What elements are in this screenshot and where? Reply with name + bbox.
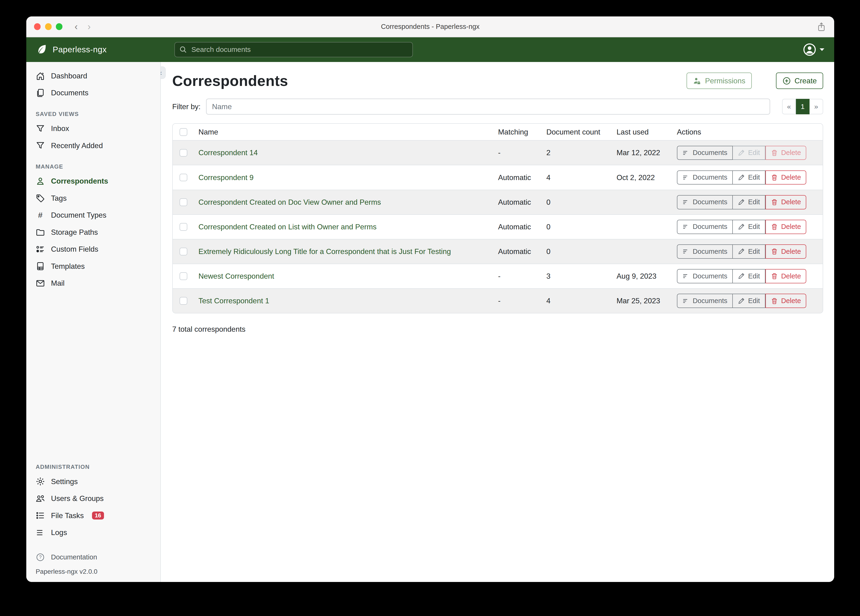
matching-cell: -: [498, 272, 546, 281]
pencil-icon: [738, 297, 745, 305]
sidebar-item-file-tasks[interactable]: File Tasks 16: [26, 507, 160, 524]
delete-button[interactable]: Delete: [766, 220, 807, 234]
create-button-label: Create: [794, 76, 817, 86]
sidebar-item-logs[interactable]: Logs: [26, 524, 160, 541]
documents-button-label: Documents: [693, 198, 727, 207]
share-icon[interactable]: [817, 22, 825, 32]
create-button[interactable]: Create: [776, 72, 823, 89]
funnel-icon: [36, 141, 45, 150]
document-count-cell: 0: [546, 198, 617, 207]
sidebar-section-administration: ADMINISTRATION: [26, 464, 160, 470]
matching-cell: Automatic: [498, 223, 546, 231]
person-icon: [36, 176, 45, 186]
row-checkbox[interactable]: [180, 272, 187, 280]
filter-name-input[interactable]: [206, 99, 770, 115]
correspondent-name-link[interactable]: Correspondent Created on List with Owner…: [199, 223, 377, 231]
last-used-cell: Aug 9, 2023: [617, 272, 677, 281]
delete-button[interactable]: Delete: [766, 170, 807, 185]
row-checkbox[interactable]: [180, 149, 187, 157]
select-all-checkbox[interactable]: [180, 128, 187, 136]
pencil-icon: [738, 174, 745, 181]
sidebar-item-label: Storage Paths: [51, 228, 98, 237]
correspondent-name-link[interactable]: Newest Correspondent: [199, 272, 275, 280]
sidebar-item-label: Settings: [51, 477, 78, 486]
pencil-icon: [738, 223, 745, 230]
permissions-button-label: Permissions: [705, 76, 745, 86]
edit-button[interactable]: Edit: [733, 244, 766, 259]
trash-icon: [771, 248, 778, 255]
custom-fields-icon: [36, 245, 45, 254]
delete-button[interactable]: Delete: [766, 195, 807, 209]
user-menu[interactable]: [803, 43, 824, 57]
pagination-page-1-button[interactable]: 1: [796, 99, 810, 114]
documents-button[interactable]: Documents: [677, 170, 733, 185]
app-navbar: Paperless-ngx: [26, 37, 834, 62]
row-checkbox[interactable]: [180, 198, 187, 206]
correspondent-name-link[interactable]: Extremely Ridiculously Long Title for a …: [199, 247, 451, 256]
table-header-row: Name Matching Document count Last used A…: [173, 124, 823, 140]
app-brand[interactable]: Paperless-ngx: [36, 44, 169, 56]
sidebar-item-recently-added[interactable]: Recently Added: [26, 137, 160, 154]
documents-button[interactable]: Documents: [677, 244, 733, 259]
sidebar-item-tags[interactable]: Tags: [26, 190, 160, 207]
sidebar-item-dashboard[interactable]: Dashboard: [26, 68, 160, 84]
macos-titlebar: ‹ › Correspondents - Paperless-ngx: [26, 16, 834, 37]
sidebar-item-label: Recently Added: [51, 141, 103, 150]
row-checkbox[interactable]: [180, 223, 187, 231]
edit-button[interactable]: Edit: [733, 195, 766, 209]
matching-cell: Automatic: [498, 198, 546, 207]
sidebar-item-document-types[interactable]: # Document Types: [26, 207, 160, 224]
search-input[interactable]: [174, 42, 413, 57]
hash-icon: #: [36, 211, 45, 220]
delete-button-label: Delete: [781, 173, 801, 182]
edit-button-label: Edit: [748, 173, 760, 182]
sidebar-item-custom-fields[interactable]: Custom Fields: [26, 240, 160, 258]
row-checkbox[interactable]: [180, 297, 187, 305]
delete-button-label: Delete: [781, 148, 801, 157]
edit-button[interactable]: Edit: [733, 170, 766, 185]
page-title: Correspondents: [172, 72, 687, 89]
documents-button[interactable]: Documents: [677, 294, 733, 308]
correspondent-name-link[interactable]: Test Correspondent 1: [199, 297, 269, 305]
search-icon: [179, 46, 187, 53]
sidebar-item-documents[interactable]: Documents: [26, 85, 160, 101]
row-checkbox[interactable]: [180, 174, 187, 181]
delete-button[interactable]: Delete: [766, 269, 807, 283]
filter-by-label: Filter by:: [172, 102, 201, 111]
edit-button[interactable]: Edit: [733, 294, 766, 308]
documents-button-label: Documents: [693, 272, 727, 281]
sidebar-item-correspondents[interactable]: Correspondents: [26, 173, 160, 190]
document-count-cell: 4: [546, 297, 617, 305]
correspondent-name-link[interactable]: Correspondent Created on Doc View Owner …: [199, 198, 381, 206]
sidebar-item-mail[interactable]: Mail: [26, 275, 160, 292]
column-header-last-used[interactable]: Last used: [617, 128, 677, 137]
edit-button[interactable]: Edit: [733, 220, 766, 234]
sidebar-item-templates[interactable]: Templates: [26, 258, 160, 275]
sidebar-collapse-button[interactable]: «: [161, 66, 166, 79]
table-row: Correspondent Created on Doc View Owner …: [173, 190, 823, 214]
sidebar-item-inbox[interactable]: Inbox: [26, 120, 160, 137]
file-tasks-badge: 16: [92, 512, 104, 520]
column-header-name[interactable]: Name: [199, 128, 498, 137]
correspondent-name-link[interactable]: Correspondent 9: [199, 173, 254, 182]
help-icon: ?: [36, 553, 45, 562]
delete-button[interactable]: Delete: [766, 244, 807, 259]
documents-button[interactable]: Documents: [677, 195, 733, 209]
documents-button[interactable]: Documents: [677, 220, 733, 234]
pencil-icon: [738, 273, 745, 280]
sidebar-item-settings[interactable]: Settings: [26, 473, 160, 490]
documents-button[interactable]: Documents: [677, 269, 733, 283]
correspondent-name-link[interactable]: Correspondent 14: [199, 148, 258, 157]
column-header-matching[interactable]: Matching: [498, 128, 546, 137]
sidebar-item-storage-paths[interactable]: Storage Paths: [26, 224, 160, 240]
edit-button[interactable]: Edit: [733, 269, 766, 283]
documents-button[interactable]: Documents: [677, 146, 733, 160]
row-checkbox[interactable]: [180, 248, 187, 255]
delete-button[interactable]: Delete: [766, 294, 807, 308]
table-row: Newest Correspondent - 3 Aug 9, 2023 Doc…: [173, 264, 823, 288]
column-header-document-count[interactable]: Document count: [546, 128, 617, 137]
sidebar-item-users-groups[interactable]: Users & Groups: [26, 490, 160, 507]
sidebar-item-documentation[interactable]: ? Documentation: [26, 548, 160, 566]
last-used-cell: Mar 25, 2023: [617, 297, 677, 305]
permissions-button[interactable]: Permissions: [687, 72, 752, 89]
